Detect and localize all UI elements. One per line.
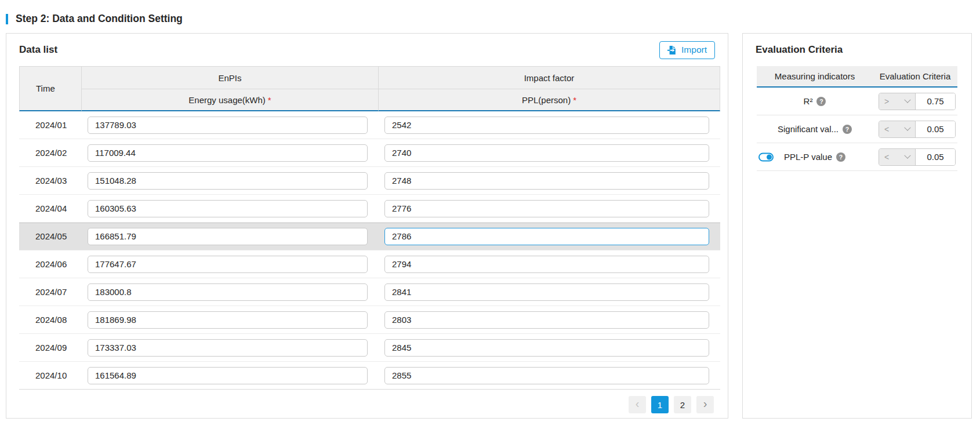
energy-usage-input[interactable] <box>88 311 368 329</box>
data-list-title: Data list <box>19 44 57 56</box>
import-icon <box>667 45 677 55</box>
table-row: 2024/01 <box>19 111 720 139</box>
table-row: 2024/10 <box>19 362 720 390</box>
evaluation-row: Significant val... ? < <box>757 115 957 143</box>
criteria-toggle[interactable] <box>758 152 774 161</box>
help-icon[interactable]: ? <box>816 97 826 106</box>
operator-value: < <box>884 152 889 162</box>
pagination: ‹ 12 › <box>629 396 714 413</box>
row-time: 2024/06 <box>19 250 82 278</box>
energy-usage-input[interactable] <box>88 256 368 273</box>
criteria-value-input[interactable] <box>916 121 955 137</box>
criteria-label-cell: R² ? <box>757 96 873 106</box>
operator-select[interactable]: < <box>879 121 916 137</box>
step-accent-bar <box>6 14 8 24</box>
criteria-value-input[interactable] <box>916 93 955 110</box>
energy-usage-input[interactable] <box>88 172 368 190</box>
col-header-ppl: PPL(person)* <box>379 89 720 111</box>
energy-usage-input[interactable] <box>88 283 368 301</box>
energy-usage-input[interactable] <box>88 339 368 357</box>
row-time: 2024/05 <box>19 223 82 250</box>
help-icon[interactable]: ? <box>836 152 845 162</box>
criteria-label: R² <box>804 96 813 106</box>
evaluation-table-header: Measuring indicators Evaluation Criteria <box>757 66 957 88</box>
ppl-input[interactable] <box>384 311 709 329</box>
operator-value-group: > <box>879 93 956 110</box>
step-title-text: Step 2: Data and Condition Setting <box>16 13 183 25</box>
criteria-control-cell: > <box>873 93 957 110</box>
table-row: 2024/08 <box>19 306 720 334</box>
row-time: 2024/01 <box>19 111 82 139</box>
criteria-control-cell: < <box>873 148 957 166</box>
criteria-label-cell: PPL-P value ? <box>757 152 873 162</box>
evaluation-table: Measuring indicators Evaluation Criteria… <box>757 66 957 171</box>
evaluation-row: R² ? > <box>757 88 957 115</box>
criteria-label: Significant val... <box>778 124 839 134</box>
energy-usage-input[interactable] <box>88 117 368 134</box>
operator-value: > <box>884 97 889 106</box>
ppl-input[interactable] <box>384 200 709 217</box>
table-row: 2024/03 <box>19 167 720 195</box>
row-time: 2024/02 <box>19 139 82 167</box>
row-time: 2024/07 <box>19 278 82 306</box>
ppl-input[interactable] <box>384 256 709 273</box>
row-time: 2024/09 <box>19 334 82 362</box>
row-time: 2024/03 <box>19 167 82 195</box>
operator-value-group: < <box>879 148 956 166</box>
energy-usage-input[interactable] <box>88 200 368 217</box>
criteria-label: PPL-P value <box>784 152 832 162</box>
col-header-time: Time <box>19 66 82 111</box>
row-time: 2024/10 <box>19 362 82 390</box>
chevron-down-icon <box>904 124 910 130</box>
evaluation-row: PPL-P value ? < <box>757 143 957 171</box>
data-table: Time EnPIs Impact factor Energy usage(kW… <box>19 66 719 390</box>
ppl-input[interactable] <box>384 144 709 162</box>
ppl-input[interactable] <box>384 283 709 301</box>
data-list-header: Data list Import <box>6 34 728 66</box>
ppl-input[interactable] <box>384 339 709 357</box>
table-row: 2024/04 <box>19 195 720 223</box>
criteria-control-cell: < <box>873 121 957 138</box>
row-time: 2024/08 <box>19 306 82 334</box>
ppl-input[interactable] <box>384 228 709 245</box>
table-row: 2024/09 <box>19 334 720 362</box>
col-header-impact-factor: Impact factor <box>379 66 720 89</box>
chevron-down-icon <box>904 152 910 158</box>
import-button-label: Import <box>681 45 707 55</box>
step-title: Step 2: Data and Condition Setting <box>6 13 183 25</box>
row-time: 2024/04 <box>19 195 82 223</box>
ppl-input[interactable] <box>384 117 709 134</box>
chevron-down-icon <box>904 96 910 103</box>
required-asterisk: * <box>268 95 271 105</box>
table-row: 2024/07 <box>19 278 720 306</box>
table-row: 2024/02 <box>19 139 720 167</box>
evaluation-panel-header: Evaluation Criteria <box>743 34 971 66</box>
table-row: 2024/06 <box>19 250 720 278</box>
operator-select[interactable]: < <box>879 149 916 165</box>
pagination-page-button[interactable]: 2 <box>674 396 691 413</box>
pagination-next-button[interactable]: › <box>696 396 714 413</box>
evaluation-panel-title: Evaluation Criteria <box>756 44 843 56</box>
evaluation-criteria-panel: Evaluation Criteria Measuring indicators… <box>742 33 972 419</box>
import-button[interactable]: Import <box>659 41 715 59</box>
pagination-page-button[interactable]: 1 <box>651 396 669 413</box>
pagination-prev-button[interactable]: ‹ <box>629 396 646 413</box>
energy-usage-input[interactable] <box>88 144 368 162</box>
data-table-body: 2024/01 2024/02 2024/03 2024/04 2024/05 … <box>19 111 720 390</box>
table-row: 2024/05 <box>19 223 720 250</box>
col-header-enpis: EnPIs <box>82 66 379 89</box>
evaluation-rows: R² ? > Significant val... ? < <box>757 88 957 171</box>
help-icon[interactable]: ? <box>843 125 852 134</box>
col-header-evaluation-criteria: Evaluation Criteria <box>873 71 957 81</box>
energy-usage-input[interactable] <box>88 228 368 245</box>
ppl-input[interactable] <box>384 367 709 384</box>
col-header-measuring-indicators: Measuring indicators <box>757 71 873 81</box>
operator-select[interactable]: > <box>879 93 916 110</box>
toggle-knob <box>767 154 772 159</box>
energy-usage-input[interactable] <box>88 367 368 384</box>
criteria-value-input[interactable] <box>916 149 955 165</box>
operator-value: < <box>884 125 889 134</box>
data-list-panel: Data list Import Time EnPIs Impact facto… <box>6 33 728 419</box>
ppl-input[interactable] <box>384 172 709 190</box>
required-asterisk: * <box>573 95 576 105</box>
